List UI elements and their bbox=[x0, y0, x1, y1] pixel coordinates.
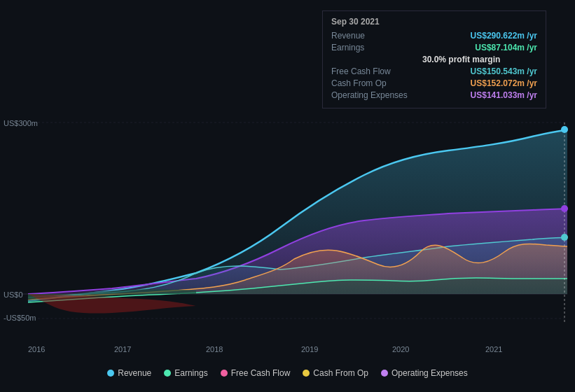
x-label-2021: 2021 bbox=[485, 345, 502, 354]
chart-legend: Revenue Earnings Free Cash Flow Cash Fro… bbox=[0, 363, 575, 384]
tooltip-value-fcf: US$150.543m /yr bbox=[471, 66, 537, 76]
tooltip-label-cashfromop: Cash From Op bbox=[331, 78, 422, 88]
x-label-2016: 2016 bbox=[28, 345, 45, 354]
x-label-2020: 2020 bbox=[392, 345, 409, 354]
tooltip-label-opex: Operating Expenses bbox=[331, 90, 422, 100]
legend-item-fcf[interactable]: Free Cash Flow bbox=[221, 368, 291, 378]
legend-label-cashfromop: Cash From Op bbox=[313, 368, 368, 378]
x-label-2017: 2017 bbox=[114, 345, 131, 354]
legend-label-revenue: Revenue bbox=[118, 368, 151, 378]
tooltip-label-earnings: Earnings bbox=[331, 43, 422, 52]
legend-label-opex: Operating Expenses bbox=[392, 368, 468, 378]
svg-point-5 bbox=[561, 126, 568, 133]
x-label-2018: 2018 bbox=[206, 345, 223, 354]
legend-dot-opex bbox=[381, 370, 388, 377]
tooltip-value-opex: US$141.033m /yr bbox=[471, 90, 537, 100]
legend-dot-earnings bbox=[164, 370, 171, 377]
tooltip-row-revenue: Revenue US$290.622m /yr bbox=[331, 31, 537, 41]
legend-item-opex[interactable]: Operating Expenses bbox=[381, 368, 468, 378]
y-label-top: US$300m bbox=[4, 119, 38, 127]
tooltip-value-earnings: US$87.104m /yr bbox=[475, 43, 537, 52]
legend-item-earnings[interactable]: Earnings bbox=[164, 368, 207, 378]
tooltip-row-fcf: Free Cash Flow US$150.543m /yr bbox=[331, 66, 537, 76]
chart-container: US$300m US$0 -US$50m 2016 2017 2018 2019… bbox=[0, 0, 575, 392]
legend-item-revenue[interactable]: Revenue bbox=[107, 368, 151, 378]
tooltip-row-cashfromop: Cash From Op US$152.072m /yr bbox=[331, 78, 537, 88]
legend-dot-fcf bbox=[221, 370, 228, 377]
legend-dot-cashfromop bbox=[303, 370, 310, 377]
x-label-2019: 2019 bbox=[301, 345, 318, 354]
tooltip-label-revenue: Revenue bbox=[331, 31, 422, 41]
tooltip-label-fcf: Free Cash Flow bbox=[331, 66, 422, 76]
tooltip-row-opex: Operating Expenses US$141.033m /yr bbox=[331, 90, 537, 100]
svg-point-7 bbox=[561, 234, 568, 241]
legend-item-cashfromop[interactable]: Cash From Op bbox=[303, 368, 368, 378]
tooltip-box: Sep 30 2021 Revenue US$290.622m /yr Earn… bbox=[322, 10, 546, 108]
y-label-low: -US$50m bbox=[4, 314, 36, 322]
tooltip-value-cashfromop: US$152.072m /yr bbox=[471, 78, 537, 88]
tooltip-value-revenue: US$290.622m /yr bbox=[471, 31, 537, 41]
tooltip-row-earnings: Earnings US$87.104m /yr bbox=[331, 43, 537, 52]
legend-dot-revenue bbox=[107, 370, 114, 377]
tooltip-margin: 30.0% profit margin bbox=[331, 55, 537, 64]
tooltip-date: Sep 30 2021 bbox=[331, 17, 537, 27]
svg-point-6 bbox=[561, 205, 568, 212]
y-label-mid: US$0 bbox=[4, 290, 23, 299]
legend-label-fcf: Free Cash Flow bbox=[231, 368, 291, 378]
legend-label-earnings: Earnings bbox=[174, 368, 207, 378]
